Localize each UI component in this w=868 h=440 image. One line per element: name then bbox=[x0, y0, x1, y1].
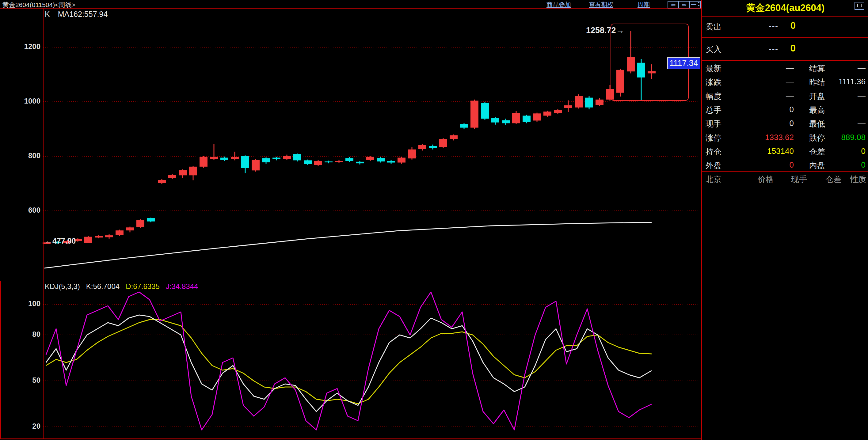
window-layout-icon bbox=[691, 2, 696, 5]
quote-row: 持仓153140仓差0 bbox=[703, 147, 868, 160]
separator bbox=[702, 60, 868, 61]
chart-top-border bbox=[0, 8, 701, 8]
separator bbox=[702, 37, 868, 38]
quote-row: 外盘0内盘0 bbox=[703, 160, 868, 174]
sell-label: 卖出 bbox=[706, 22, 721, 32]
ma162-value-label: MA162:557.94 bbox=[58, 10, 108, 19]
main-chart-canvas[interactable] bbox=[0, 8, 701, 281]
y-axis-tick: 100 bbox=[0, 300, 40, 308]
quote-header-title: 黄金2604(au2604) bbox=[703, 2, 868, 14]
tick-column-3: 仓差 bbox=[826, 174, 841, 185]
tick-column-1: 价格 bbox=[758, 174, 774, 185]
quote-row: 幅度—开盘— bbox=[703, 91, 868, 105]
menu-item-commodity-overlay[interactable]: 商品叠加 bbox=[547, 1, 571, 9]
y-axis-tick: 1000 bbox=[0, 97, 40, 105]
menu-item-view-options[interactable]: 查看期权 bbox=[589, 1, 613, 9]
quote-row: 现手0最低— bbox=[703, 119, 868, 132]
y-axis-tick: 20 bbox=[0, 422, 40, 431]
y-axis-tick: 1200 bbox=[0, 42, 40, 51]
kdj-bottom-border bbox=[0, 438, 701, 439]
tick-column-0: 北京 bbox=[706, 174, 721, 185]
kdj-chart-canvas[interactable] bbox=[0, 281, 701, 439]
kdj-name-label: KDJ(5,3,3) bbox=[45, 282, 80, 290]
chart-left-border bbox=[43, 8, 43, 439]
sell-price-value: --- bbox=[748, 22, 778, 31]
tick-column-2: 现手 bbox=[791, 174, 807, 185]
buy-volume-value: 0 bbox=[778, 43, 796, 54]
menu-item-period[interactable]: 周期 bbox=[638, 1, 650, 9]
quote-row: 涨跌—昨结1111.36 bbox=[703, 77, 868, 91]
buy-label: 买入 bbox=[706, 44, 721, 55]
separator bbox=[702, 16, 868, 17]
quote-row: 涨停1333.62跌停889.08 bbox=[703, 133, 868, 147]
futures-trading-app: 黄金2604(011504)<周线> 商品叠加 查看期权 周期 ⇦ ⇨ KMA1… bbox=[0, 0, 868, 440]
indicator-label-ma: KMA162:557.94 bbox=[45, 10, 116, 19]
buy-price-value: --- bbox=[748, 44, 778, 54]
restore-window-icon[interactable] bbox=[855, 2, 864, 10]
kdj-k-value: K:56.7004 bbox=[86, 282, 120, 290]
y-axis-tick: 50 bbox=[0, 376, 40, 384]
kdj-indicator-label: KDJ(5,3,3)K:56.7004D:67.6335J:34.8344 bbox=[45, 282, 204, 291]
last-price-tag: 1117.34 bbox=[667, 57, 700, 69]
tick-column-4: 性质 bbox=[850, 174, 866, 185]
low-price-annotation: ←477.90 bbox=[45, 237, 76, 245]
quote-row: 最新—结算— bbox=[703, 63, 868, 77]
kdj-d-value: D:67.6335 bbox=[126, 282, 160, 290]
kdj-j-value: J:34.8344 bbox=[166, 282, 198, 290]
y-axis-tick: 80 bbox=[0, 330, 40, 339]
y-axis-tick: 800 bbox=[0, 151, 40, 160]
k-series-label: K bbox=[45, 10, 50, 19]
sell-volume-value: 0 bbox=[778, 20, 796, 31]
panel-divider bbox=[701, 0, 702, 440]
back-arrow-icon: ⇦ bbox=[671, 2, 676, 8]
kdj-top-border bbox=[0, 281, 701, 281]
forward-arrow-icon: ⇨ bbox=[682, 2, 687, 8]
y-axis-tick: 600 bbox=[0, 206, 40, 215]
quote-row: 总手0最高— bbox=[703, 105, 868, 119]
